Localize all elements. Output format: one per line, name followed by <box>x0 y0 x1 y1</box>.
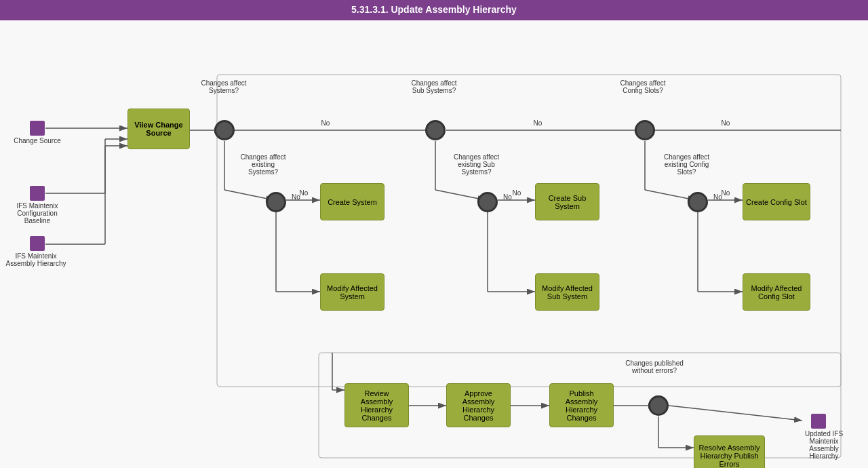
resolve-assembly[interactable]: Resolve Assembly Hierarchy Publish Error… <box>694 435 765 468</box>
modify-sub-system[interactable]: Modify Affected Sub System <box>535 273 599 311</box>
review-assembly[interactable]: Review Assembly Hierarchy Changes <box>344 383 409 427</box>
ifs-config-label: IFS Maintenix Configuration Baseline <box>3 202 71 225</box>
create-system[interactable]: Create System <box>320 183 384 220</box>
decision-published-errors-label: Changes published without errors? <box>624 359 685 374</box>
svg-rect-1 <box>217 75 841 387</box>
modify-config-slot[interactable]: Modify Affected Config Slot <box>743 273 810 311</box>
decision-existing-systems <box>266 192 286 212</box>
publish-assembly[interactable]: Publish Assembly Hierarchy Changes <box>549 383 614 427</box>
title-bar: 5.31.3.1. Update Assembly Hierarchy <box>0 0 868 20</box>
create-config-slot[interactable]: Create Config Slot <box>743 183 810 220</box>
title-text: 5.31.3.1. Update Assembly Hierarchy <box>351 4 517 15</box>
decision-existing-config-slots <box>688 192 708 212</box>
approve-assembly[interactable]: Approve Assembly Hierarchy Changes <box>446 383 511 427</box>
change-source-label: Change Source <box>14 137 61 144</box>
decision-config-slots-label: Changes affect Config Slots? <box>616 79 670 94</box>
svg-text:No: No <box>722 119 730 127</box>
change-source-node <box>30 121 45 136</box>
modify-system[interactable]: Modify Affected System <box>320 273 384 311</box>
diagram-area: No No No No No No <box>0 20 868 468</box>
create-sub-system[interactable]: Create Sub System <box>535 183 599 220</box>
decision-existing-config-slots-label: Changes affect existing Config Slots? <box>654 153 719 176</box>
decision-systems <box>214 120 235 140</box>
decision-subsystems-label: Changes affect Sub Systems? <box>407 79 461 94</box>
ifs-assembly-node <box>30 236 45 251</box>
updated-ifs-node <box>811 414 826 429</box>
view-change-source[interactable]: Viiew Change Source <box>127 109 190 149</box>
decision-existing-systems-label: Changes affect existing Systems? <box>236 153 290 176</box>
svg-text:No: No <box>300 189 309 197</box>
decision-systems-label: Changes affect Systems? <box>197 79 251 94</box>
d4-no-label: No <box>503 193 512 201</box>
decision-published-errors <box>648 395 669 416</box>
svg-line-38 <box>669 406 802 421</box>
decision-config-slots <box>635 120 655 140</box>
ifs-config-node <box>30 186 45 201</box>
updated-ifs-label: Updated IFS Maintenix Assembly Hierarchy <box>797 430 851 460</box>
decision-subsystems <box>425 120 446 140</box>
decision-existing-subsystems-label: Changes affect existing Sub Systems? <box>448 153 505 176</box>
svg-text:No: No <box>534 119 542 127</box>
svg-text:No: No <box>722 189 730 197</box>
svg-text:No: No <box>513 189 521 197</box>
decision-existing-subsystems <box>477 192 498 212</box>
d2-no-label: No <box>292 193 300 201</box>
ifs-assembly-label: IFS Maintenix Assembly Hierarchy <box>5 252 66 267</box>
svg-text:No: No <box>321 119 330 127</box>
d6-no-label: No <box>713 193 722 201</box>
